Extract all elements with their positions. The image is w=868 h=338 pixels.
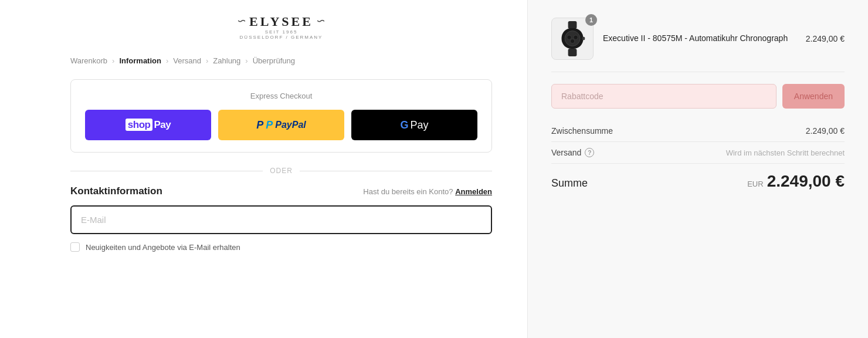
total-label: Summe [551,177,588,190]
item-name: Executive II - 80575M - Automatikuhr Chr… [603,33,796,45]
item-badge: 1 [585,14,597,26]
left-panel: 〜 ELYSEE 〜 SEIT 1965 DÜSSELDORF / GERMAN… [0,0,528,338]
breadcrumb-warenkorb[interactable]: Warenkorb [70,56,107,65]
or-divider: ODER [70,167,492,175]
shipping-row: Versand ? Wird im nächsten Schritt berec… [551,142,845,164]
newsletter-label: Neuigkeiten und Angebote via E-Mail erha… [86,243,240,252]
gpay-label: G Pay [400,119,428,131]
email-input[interactable] [81,215,482,225]
newsletter-row: Neuigkeiten und Angebote via E-Mail erha… [70,242,492,252]
breadcrumb-ueberpruefung[interactable]: Überprüfung [253,56,295,65]
shop-pay-button[interactable]: shopPay [85,110,211,140]
subtotal-label: Zwischensumme [551,126,613,136]
cart-item: 1 Executive II - 80575M - Automatikuhr C… [551,18,845,72]
breadcrumb: Warenkorb › Information › Versand › Zahl… [70,56,492,65]
breadcrumb-versand[interactable]: Versand [173,56,201,65]
email-input-wrapper[interactable] [70,205,492,234]
svg-point-5 [570,39,574,43]
wing-left-icon: 〜 [238,16,246,27]
item-image-wrap: 1 [551,18,594,60]
shipping-help-icon[interactable]: ? [585,148,594,157]
total-currency: EUR [747,180,763,188]
breadcrumb-information[interactable]: Information [119,56,161,65]
express-checkout-title: Express Checkout [85,92,477,100]
total-amount: 2.249,00 € [767,172,845,191]
wing-right-icon: 〜 [317,16,325,27]
logo-container: 〜 ELYSEE 〜 SEIT 1965 DÜSSELDORF / GERMAN… [238,14,325,40]
subtotal-value: 2.249,00 € [806,126,845,136]
shipping-value: Wird im nächsten Schritt berechnet [726,148,845,157]
apply-discount-button[interactable]: Anwenden [782,84,845,109]
svg-point-4 [574,35,578,39]
svg-rect-0 [568,21,577,29]
payment-buttons: shopPay PP PayPal G Pay [85,110,477,140]
breadcrumb-zahlung[interactable]: Zahlung [213,56,240,65]
svg-rect-7 [568,49,577,56]
shipping-label: Versand ? [551,148,594,157]
discount-row: Anwenden [551,84,845,109]
contact-section-header: Kontaktinformation Hast du bereits ein K… [70,185,492,197]
breadcrumb-sep-1: › [112,56,114,65]
logo-tagline: SEIT 1965 [238,29,325,35]
express-checkout-box: Express Checkout shopPay PP PayPal [70,79,492,153]
shop-pay-label: shopPay [126,119,171,131]
total-value-wrap: EUR 2.249,00 € [747,172,845,191]
svg-point-2 [565,31,580,46]
svg-rect-6 [582,37,585,40]
paypal-button[interactable]: PP PayPal [218,110,344,140]
breadcrumb-sep-2: › [166,56,168,65]
item-price: 2.249,00 € [806,34,845,43]
logo-wings: 〜 ELYSEE 〜 [238,14,325,29]
logo-brand: ELYSEE [249,14,313,29]
discount-input[interactable] [551,84,777,109]
login-hint: Hast du bereits ein Konto? Anmelden [363,187,492,196]
logo-area: 〜 ELYSEE 〜 SEIT 1965 DÜSSELDORF / GERMAN… [70,14,492,40]
item-info: Executive II - 80575M - Automatikuhr Chr… [603,33,796,45]
total-row: Summe EUR 2.249,00 € [551,164,845,191]
svg-point-3 [567,35,571,39]
breadcrumb-sep-3: › [206,56,208,65]
subtotal-row: Zwischensumme 2.249,00 € [551,120,845,142]
paypal-icon: PP PayPal [256,119,306,131]
logo-location: DÜSSELDORF / GERMANY [238,35,325,40]
newsletter-checkbox[interactable] [70,242,80,252]
gpay-button[interactable]: G Pay [351,110,477,140]
watch-icon [557,21,588,56]
login-link[interactable]: Anmelden [455,187,492,196]
breadcrumb-sep-4: › [245,56,247,65]
right-panel: 1 Executive II - 80575M - Automatikuhr C… [528,0,868,338]
contact-section-title: Kontaktinformation [70,185,162,197]
